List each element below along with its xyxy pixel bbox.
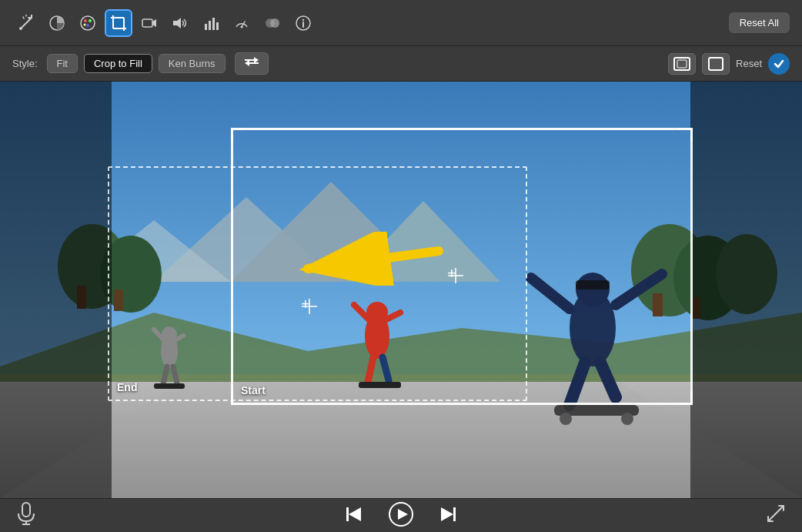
top-left-handle[interactable]	[231, 128, 245, 142]
svg-line-92	[768, 506, 784, 521]
palette-icon[interactable]	[74, 9, 102, 37]
microphone-button[interactable]	[15, 501, 37, 530]
ken-burns-button[interactable]: Ken Burns	[159, 54, 226, 73]
svg-marker-89	[398, 509, 408, 520]
crop-to-fill-button[interactable]: Crop to Fill	[84, 54, 152, 73]
svg-marker-19	[173, 18, 181, 28]
svg-rect-86	[346, 507, 349, 521]
svg-rect-83	[22, 503, 30, 517]
crop-icon[interactable]	[105, 9, 132, 37]
direction-arrow	[285, 232, 454, 286]
svg-point-25	[241, 25, 243, 28]
svg-rect-22	[212, 18, 215, 30]
color-wheel-icon[interactable]	[43, 9, 71, 37]
svg-rect-32	[677, 60, 687, 68]
skip-forward-button[interactable]	[432, 501, 464, 530]
video-area: End Start	[0, 82, 802, 498]
video-camera-icon[interactable]	[135, 9, 163, 37]
svg-point-12	[84, 23, 86, 25]
style-bar: Style: Fit Crop to Fill Ken Burns Reset	[0, 46, 802, 82]
svg-point-61	[560, 413, 572, 425]
svg-rect-21	[209, 21, 211, 30]
play-button[interactable]	[383, 499, 419, 533]
svg-point-3	[19, 27, 22, 30]
svg-point-11	[86, 24, 89, 27]
reset-all-button[interactable]: Reset All	[729, 12, 790, 33]
swap-button[interactable]	[235, 52, 269, 75]
chart-icon[interactable]	[197, 9, 225, 37]
style-label: Style:	[12, 58, 38, 69]
svg-rect-33	[709, 58, 723, 70]
svg-rect-18	[142, 19, 152, 27]
svg-line-6	[23, 17, 24, 18]
svg-point-30	[302, 18, 304, 20]
svg-point-10	[89, 19, 92, 22]
svg-rect-51	[0, 82, 112, 498]
info-icon[interactable]	[289, 9, 317, 37]
style-bar-right: Reset	[668, 53, 790, 75]
svg-rect-13	[113, 18, 124, 28]
bottom-right-controls	[765, 503, 787, 529]
svg-rect-90	[453, 507, 456, 521]
aspect-4x3-button[interactable]	[702, 53, 730, 75]
svg-point-8	[81, 16, 95, 30]
audio-icon[interactable]	[166, 9, 194, 37]
top-right-handle[interactable]	[679, 128, 693, 142]
svg-rect-31	[674, 58, 690, 70]
svg-rect-23	[216, 22, 219, 30]
svg-point-62	[621, 413, 633, 425]
skip-back-button[interactable]	[338, 501, 370, 530]
bottom-right-handle[interactable]	[679, 391, 693, 405]
svg-marker-91	[441, 507, 453, 521]
speedometer-icon[interactable]	[228, 9, 256, 37]
svg-point-9	[84, 19, 87, 22]
aspect-16x9-button[interactable]	[668, 53, 696, 75]
bottom-toolbar	[0, 498, 802, 532]
top-toolbar: Reset All	[0, 0, 802, 46]
playback-controls	[338, 499, 464, 533]
blend-icon[interactable]	[259, 9, 286, 37]
confirm-button[interactable]	[768, 53, 790, 75]
svg-marker-87	[349, 507, 361, 521]
reset-button[interactable]: Reset	[736, 58, 762, 69]
svg-rect-52	[690, 82, 802, 498]
bottom-left-controls	[15, 501, 37, 530]
end-crosshair	[300, 297, 316, 313]
magic-wand-icon[interactable]	[12, 9, 40, 37]
svg-rect-20	[205, 24, 207, 30]
fit-button[interactable]: Fit	[47, 54, 78, 73]
toolbar-icons	[12, 9, 317, 37]
expand-button[interactable]	[765, 503, 787, 529]
start-label: Start	[241, 384, 266, 396]
svg-point-27	[270, 18, 279, 28]
end-label: End	[117, 381, 137, 393]
svg-line-78	[308, 251, 439, 269]
